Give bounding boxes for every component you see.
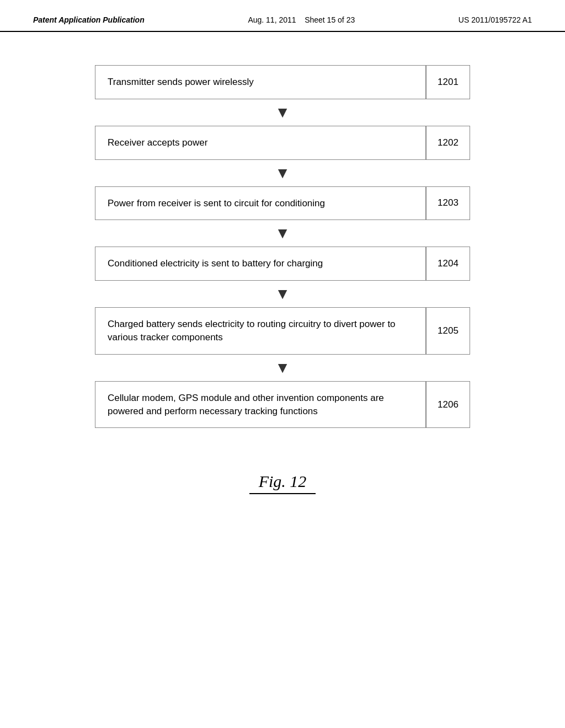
flow-box-1202: Receiver accepts power [95, 126, 426, 160]
arrow-5: ▼ [275, 355, 290, 381]
flow-box-1206: Cellular modem, GPS module and other inv… [95, 381, 426, 429]
arrow-3: ▼ [275, 220, 290, 247]
flow-step-1203: Power from receiver is sent to circuit f… [95, 186, 470, 221]
flow-step-1206: Cellular modem, GPS module and other inv… [95, 381, 470, 429]
flow-step-1202: Receiver accepts power 1202 [95, 126, 470, 160]
flow-box-1205: Charged battery sends electricity to rou… [95, 307, 426, 355]
flow-label-1203: 1203 [426, 186, 470, 221]
figure-label: Fig. 12 [249, 472, 316, 491]
arrow-2: ▼ [275, 160, 290, 186]
flowchart: Transmitter sends power wirelessly 1201 … [95, 65, 470, 428]
flow-box-1203: Power from receiver is sent to circuit f… [95, 186, 426, 221]
figure-caption: Fig. 12 [249, 472, 316, 494]
flow-label-1202: 1202 [426, 126, 470, 160]
flow-label-1201: 1201 [426, 65, 470, 99]
patent-page: Patent Application Publication Aug. 11, … [0, 0, 565, 728]
flow-step-1204: Conditioned electricity is sent to batte… [95, 247, 470, 281]
flow-label-1204: 1204 [426, 247, 470, 281]
flow-step-1205: Charged battery sends electricity to rou… [95, 307, 470, 355]
flow-label-1205: 1205 [426, 307, 470, 355]
figure-underline [249, 493, 316, 494]
flow-label-1206: 1206 [426, 381, 470, 429]
flow-step-1201: Transmitter sends power wirelessly 1201 [95, 65, 470, 99]
page-header: Patent Application Publication Aug. 11, … [0, 0, 565, 32]
flow-box-1204: Conditioned electricity is sent to batte… [95, 247, 426, 281]
flow-box-1201: Transmitter sends power wirelessly [95, 65, 426, 99]
patent-number: US 2011/0195722 A1 [459, 15, 532, 24]
publication-title: Patent Application Publication [33, 15, 145, 24]
publication-date: Aug. 11, 2011 Sheet 15 of 23 [248, 15, 355, 24]
main-content: Transmitter sends power wirelessly 1201 … [0, 32, 565, 516]
arrow-1: ▼ [275, 99, 290, 126]
arrow-4: ▼ [275, 281, 290, 307]
